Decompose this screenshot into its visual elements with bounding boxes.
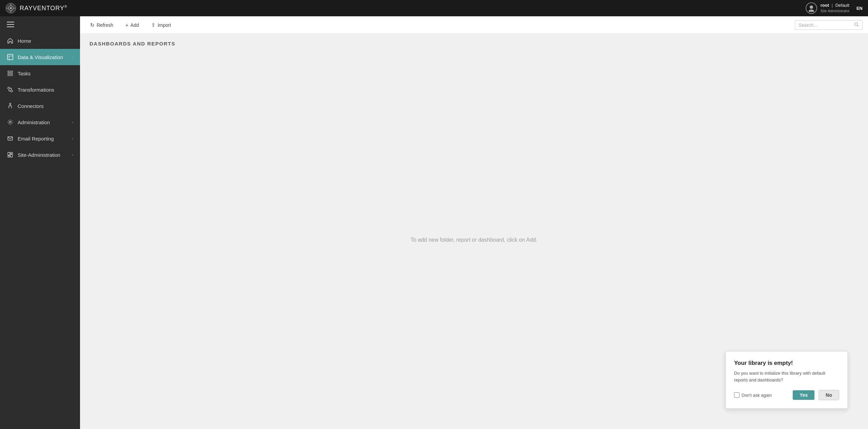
svg-rect-14 bbox=[8, 75, 13, 76]
main-layout: Home Data & Visualization ‹ bbox=[0, 16, 868, 429]
svg-rect-26 bbox=[8, 156, 10, 157]
svg-point-2 bbox=[10, 7, 12, 9]
top-header: RAYVENTORY® root | Default Site Administ… bbox=[0, 0, 868, 16]
language-badge: EN bbox=[856, 6, 863, 11]
sidebar-item-transformations[interactable]: Transformations bbox=[0, 81, 80, 98]
svg-rect-9 bbox=[7, 54, 13, 60]
connectors-icon bbox=[7, 102, 14, 109]
user-role: Site Administrator bbox=[821, 8, 850, 13]
svg-rect-12 bbox=[8, 71, 13, 72]
main-content: To add new folder, report or dashboard, … bbox=[80, 51, 868, 429]
popup-no-button[interactable]: No bbox=[818, 390, 839, 400]
content-area: ↻ Refresh + Add ⇪ Import bbox=[80, 16, 868, 429]
search-box[interactable] bbox=[795, 20, 863, 30]
page-title-bar: DASHBOARDS AND REPORTS bbox=[80, 34, 868, 51]
user-details: root | Default Site Administrator bbox=[821, 3, 850, 13]
svg-point-15 bbox=[8, 87, 10, 89]
library-empty-popup: Your library is empty! Do you want to in… bbox=[726, 351, 848, 409]
sidebar-label-connectors: Connectors bbox=[18, 103, 44, 109]
sidebar-item-administration[interactable]: Administration ‹ bbox=[0, 114, 80, 130]
sidebar-label-email-reporting: Email Reporting bbox=[18, 136, 54, 142]
popup-actions: Don't ask again Yes No bbox=[734, 390, 839, 400]
dont-ask-label: Don't ask again bbox=[742, 393, 772, 398]
hamburger-menu[interactable] bbox=[0, 16, 80, 33]
avatar bbox=[806, 2, 817, 14]
add-button[interactable]: + Add bbox=[121, 20, 144, 30]
svg-rect-25 bbox=[11, 152, 13, 154]
plus-icon: + bbox=[125, 22, 129, 28]
svg-rect-24 bbox=[11, 154, 13, 157]
toolbar: ↻ Refresh + Add ⇪ Import bbox=[80, 16, 868, 34]
sidebar-label-site-administration: Site-Administration bbox=[18, 152, 60, 158]
svg-point-27 bbox=[855, 22, 858, 25]
header-right: root | Default Site Administrator EN bbox=[806, 2, 863, 14]
empty-message: To add new folder, report or dashboard, … bbox=[411, 237, 537, 243]
svg-point-18 bbox=[9, 103, 11, 105]
popup-body: Do you want to initialize this library w… bbox=[734, 370, 839, 383]
sidebar-label-administration: Administration bbox=[18, 119, 50, 125]
search-input[interactable] bbox=[798, 22, 852, 28]
home-icon bbox=[7, 37, 14, 44]
svg-point-8 bbox=[809, 10, 814, 12]
page-title: DASHBOARDS AND REPORTS bbox=[90, 41, 859, 46]
search-icon bbox=[854, 22, 859, 28]
refresh-button[interactable]: ↻ Refresh bbox=[85, 20, 118, 30]
add-label: Add bbox=[131, 22, 139, 28]
svg-point-7 bbox=[810, 5, 813, 9]
site-admin-icon bbox=[7, 151, 14, 158]
svg-line-28 bbox=[857, 25, 859, 26]
separator: | bbox=[832, 3, 833, 8]
sidebar-item-site-administration[interactable]: Site-Administration ‹ bbox=[0, 147, 80, 163]
sidebar-item-tasks[interactable]: Tasks bbox=[0, 65, 80, 81]
sidebar-label-transformations: Transformations bbox=[18, 87, 54, 93]
transform-icon bbox=[7, 86, 14, 93]
app-name: RAYVENTORY® bbox=[20, 5, 67, 12]
svg-rect-23 bbox=[8, 152, 10, 155]
email-icon bbox=[7, 135, 14, 142]
sidebar-item-home[interactable]: Home bbox=[0, 33, 80, 49]
chevron-down-icon-site: ‹ bbox=[72, 153, 73, 157]
refresh-label: Refresh bbox=[97, 22, 113, 28]
svg-point-16 bbox=[11, 90, 13, 92]
chevron-down-icon-admin: ‹ bbox=[72, 120, 73, 124]
sidebar-item-connectors[interactable]: Connectors bbox=[0, 98, 80, 114]
dont-ask-again-area[interactable]: Don't ask again bbox=[734, 392, 789, 398]
import-icon: ⇪ bbox=[151, 22, 156, 28]
username: root bbox=[821, 3, 829, 8]
svg-rect-22 bbox=[8, 137, 13, 140]
sidebar: Home Data & Visualization ‹ bbox=[0, 16, 80, 429]
hamburger-icon bbox=[7, 22, 73, 27]
popup-yes-button[interactable]: Yes bbox=[793, 390, 814, 400]
sidebar-item-data-visualization[interactable]: Data & Visualization ‹ bbox=[0, 49, 80, 65]
sidebar-label-home: Home bbox=[18, 38, 31, 44]
svg-rect-13 bbox=[8, 73, 13, 74]
import-button[interactable]: ⇪ Import bbox=[146, 20, 176, 30]
svg-point-21 bbox=[9, 121, 11, 123]
chevron-down-icon-email: ‹ bbox=[72, 136, 73, 141]
refresh-icon: ↻ bbox=[90, 22, 95, 28]
logo-area: RAYVENTORY® bbox=[5, 3, 67, 14]
table-icon bbox=[7, 54, 14, 60]
sidebar-label-data-visualization: Data & Visualization bbox=[18, 54, 63, 60]
user-info: root | Default Site Administrator bbox=[806, 2, 850, 14]
sidebar-label-tasks: Tasks bbox=[18, 71, 31, 76]
tasks-icon bbox=[7, 70, 14, 77]
admin-icon bbox=[7, 119, 14, 126]
import-label: Import bbox=[158, 22, 171, 28]
chevron-down-icon: ‹ bbox=[72, 55, 73, 59]
sidebar-item-email-reporting[interactable]: Email Reporting ‹ bbox=[0, 130, 80, 147]
popup-title: Your library is empty! bbox=[734, 360, 839, 367]
app-logo-icon bbox=[5, 3, 16, 14]
dont-ask-checkbox[interactable] bbox=[734, 392, 739, 398]
user-site: Default bbox=[835, 3, 849, 8]
